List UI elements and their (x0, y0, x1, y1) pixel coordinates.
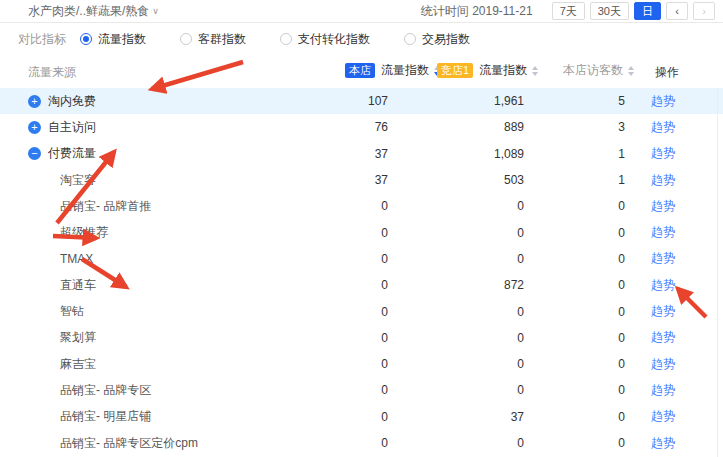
range-day-button[interactable]: 日 (634, 2, 661, 20)
sort-icons[interactable] (532, 66, 538, 76)
trend-link[interactable]: 趋势 (651, 357, 675, 371)
prev-date-button[interactable]: ‹ (666, 2, 688, 20)
trend-link[interactable]: 趋势 (651, 199, 675, 213)
action-cell: 趋势 (633, 119, 693, 136)
metric-value: 0 (388, 199, 528, 213)
metric-value: 1 (528, 173, 633, 187)
traffic-source-table: +淘内免费1071,9615趋势+自主访问768893趋势−付费流量371,08… (0, 88, 723, 456)
traffic-source-label: 品销宝- 品牌专区 (60, 382, 151, 399)
table-row: 麻吉宝000趋势 (0, 351, 723, 377)
metric-value: 0 (278, 252, 388, 266)
expand-icon[interactable]: + (28, 95, 41, 108)
table-row: 聚划算000趋势 (0, 325, 723, 351)
metric-value: 1 (528, 147, 633, 161)
date-controls: 统计时间 2019-11-21 7天 30天 日 ‹ › (421, 2, 715, 20)
metric-value: 107 (278, 94, 388, 108)
radio-icon (80, 33, 92, 45)
table-row: 品销宝- 品牌专区定价cpm000趋势 (0, 430, 723, 456)
radio-label: 交易指数 (422, 31, 470, 48)
column-self-visitors[interactable]: 本店访客数 (563, 62, 634, 79)
trend-link[interactable]: 趋势 (651, 436, 675, 450)
metric-value: 0 (388, 383, 528, 397)
column-label: 流量指数 (479, 62, 527, 79)
action-cell: 趋势 (633, 277, 693, 294)
trend-link[interactable]: 趋势 (651, 251, 675, 265)
self-store-badge: 本店 (345, 63, 375, 78)
traffic-source-cell: TMAX (0, 252, 278, 266)
sort-icons[interactable] (628, 66, 634, 76)
action-cell: 趋势 (633, 329, 693, 346)
trend-link[interactable]: 趋势 (651, 225, 675, 239)
trend-link[interactable]: 趋势 (651, 278, 675, 292)
trend-link[interactable]: 趋势 (651, 120, 675, 134)
metric-value: 76 (278, 120, 388, 134)
metric-value: 0 (388, 305, 528, 319)
metric-value: 0 (528, 436, 633, 450)
metric-radio-conversion[interactable]: 支付转化指数 (280, 31, 370, 48)
metric-value: 0 (528, 226, 633, 240)
comp-store-badge: 竞店1 (437, 63, 473, 78)
traffic-source-cell: 麻吉宝 (0, 356, 278, 373)
collapse-icon[interactable]: − (28, 147, 41, 160)
table-header: 流量来源 本店 流量指数 竞店1 流量指数 本店访客数 操作 (0, 55, 723, 88)
table-row: +自主访问768893趋势 (0, 114, 723, 140)
range-30d-button[interactable]: 30天 (590, 2, 629, 20)
trend-link[interactable]: 趋势 (651, 146, 675, 160)
metric-radio-customer[interactable]: 客群指数 (180, 31, 246, 48)
column-label: 本店访客数 (563, 62, 623, 79)
radio-icon (180, 33, 192, 45)
table-row: −付费流量371,0891趋势 (0, 141, 723, 167)
metric-value: 0 (528, 305, 633, 319)
traffic-source-label: 付费流量 (48, 145, 96, 162)
top-bar: 水产肉类/..鲜蔬果/熟食 ∨ 统计时间 2019-11-21 7天 30天 日… (0, 0, 723, 23)
traffic-source-label: 淘宝客 (60, 172, 96, 189)
chevron-down-icon: ∨ (152, 6, 159, 16)
metric-value: 0 (528, 410, 633, 424)
metric-radio-traffic[interactable]: 流量指数 (80, 31, 146, 48)
table-row: 淘宝客375031趋势 (0, 167, 723, 193)
table-row: 直通车08720趋势 (0, 272, 723, 298)
metric-value: 0 (278, 410, 388, 424)
filter-label: 对比指标 (18, 31, 66, 48)
range-7d-button[interactable]: 7天 (552, 2, 585, 20)
column-self-traffic-index[interactable]: 本店 流量指数 (345, 62, 440, 79)
trend-link[interactable]: 趋势 (651, 409, 675, 423)
trend-link[interactable]: 趋势 (651, 383, 675, 397)
stat-time-label: 统计时间 2019-11-21 (421, 3, 533, 20)
traffic-source-label: 品销宝- 品牌首推 (60, 198, 151, 215)
traffic-source-label: 品销宝- 明星店铺 (60, 408, 151, 425)
metric-value: 0 (388, 331, 528, 345)
trend-link[interactable]: 趋势 (651, 94, 675, 108)
traffic-source-cell: 淘宝客 (0, 172, 278, 189)
trend-link[interactable]: 趋势 (651, 330, 675, 344)
category-breadcrumb[interactable]: 水产肉类/..鲜蔬果/熟食 ∨ (28, 3, 159, 20)
radio-icon (404, 33, 416, 45)
traffic-source-cell: 智钻 (0, 303, 278, 320)
metric-value: 0 (388, 252, 528, 266)
traffic-source-cell: +淘内免费 (0, 93, 278, 110)
metric-value: 0 (278, 383, 388, 397)
metric-value: 0 (278, 278, 388, 292)
metric-radio-transaction[interactable]: 交易指数 (404, 31, 470, 48)
metric-value: 0 (388, 436, 528, 450)
traffic-source-label: 智钻 (60, 303, 84, 320)
metric-value: 1,961 (388, 94, 528, 108)
table-right-border (717, 88, 718, 457)
column-action: 操作 (655, 64, 679, 81)
metric-value: 0 (278, 199, 388, 213)
traffic-source-label: 自主访问 (48, 119, 96, 136)
action-cell: 趋势 (633, 172, 693, 189)
action-cell: 趋势 (633, 93, 693, 110)
metric-value: 0 (278, 226, 388, 240)
trend-link[interactable]: 趋势 (651, 304, 675, 318)
column-label: 流量指数 (381, 62, 429, 79)
trend-link[interactable]: 趋势 (651, 173, 675, 187)
radio-icon (280, 33, 292, 45)
expand-icon[interactable]: + (28, 121, 41, 134)
metric-value: 0 (528, 278, 633, 292)
metric-value: 0 (278, 436, 388, 450)
traffic-source-cell: +自主访问 (0, 119, 278, 136)
metric-value: 5 (528, 94, 633, 108)
next-date-button[interactable]: › (693, 2, 715, 20)
column-comp-traffic-index[interactable]: 竞店1 流量指数 (437, 62, 538, 79)
